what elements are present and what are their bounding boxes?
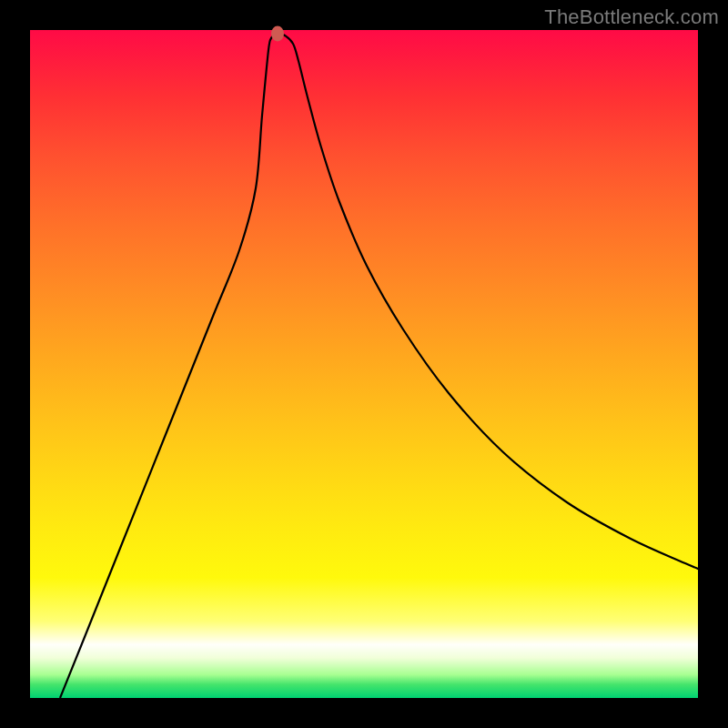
curve-path — [60, 35, 698, 698]
watermark-text: TheBottleneck.com — [544, 5, 719, 29]
bottleneck-curve — [30, 30, 698, 698]
optimal-point-marker — [271, 26, 284, 42]
chart-frame: TheBottleneck.com — [0, 0, 728, 728]
plot-area — [30, 30, 698, 698]
